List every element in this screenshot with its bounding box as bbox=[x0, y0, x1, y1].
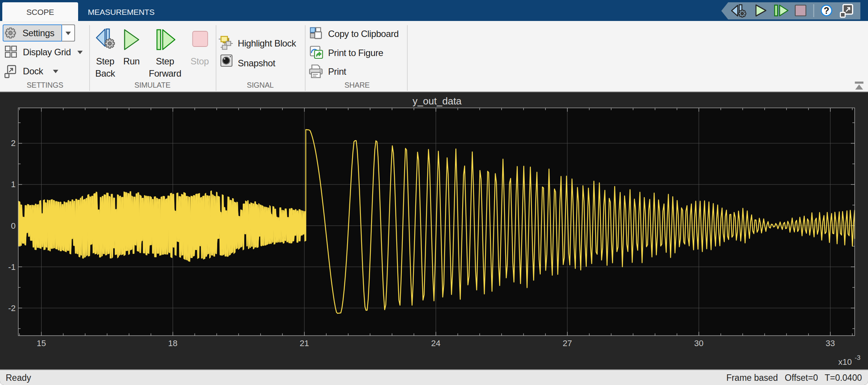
svg-text:1: 1 bbox=[11, 180, 16, 189]
svg-text:0: 0 bbox=[11, 221, 16, 231]
svg-text:-3: -3 bbox=[855, 354, 860, 361]
svg-text:-2: -2 bbox=[8, 303, 16, 313]
svg-text:-1: -1 bbox=[8, 262, 16, 272]
svg-text:27: 27 bbox=[563, 338, 572, 348]
svg-text:x10: x10 bbox=[838, 357, 852, 367]
svg-text:24: 24 bbox=[431, 338, 440, 348]
svg-text:30: 30 bbox=[694, 338, 703, 348]
svg-text:2: 2 bbox=[11, 138, 16, 148]
svg-text:21: 21 bbox=[299, 338, 309, 348]
svg-text:y_out_data: y_out_data bbox=[413, 95, 462, 107]
svg-text:18: 18 bbox=[168, 338, 177, 348]
svg-text:15: 15 bbox=[37, 338, 46, 348]
svg-text:33: 33 bbox=[826, 338, 835, 348]
